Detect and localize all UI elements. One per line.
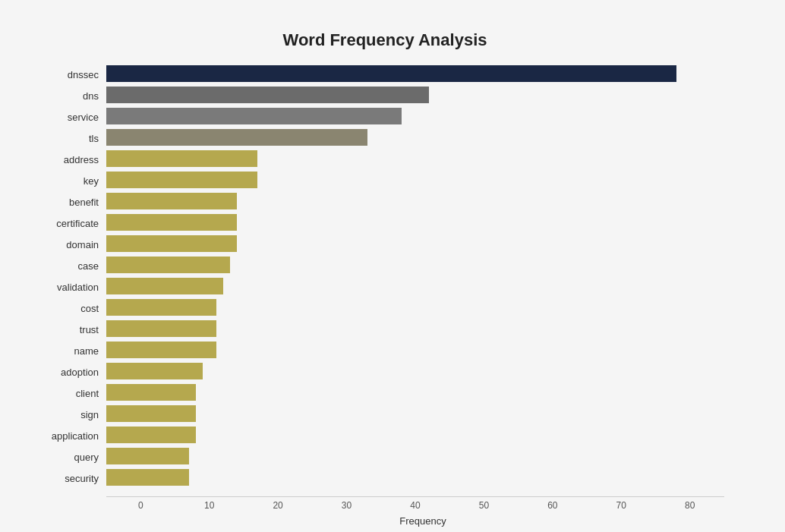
- bar-fill: [106, 299, 216, 316]
- bar-track: [106, 342, 724, 360]
- bars-wrapper: dnssecdnsservicetlsaddresskeybenefitcert…: [30, 65, 739, 490]
- bar-fill: [106, 448, 189, 464]
- bar-label: tls: [30, 133, 106, 144]
- bar-fill: [106, 342, 216, 358]
- bar-row: key: [106, 172, 724, 190]
- bar-fill: [106, 469, 189, 486]
- chart-title: Word Frequency Analysis: [30, 30, 739, 50]
- bar-row: client: [106, 384, 724, 402]
- bar-row: application: [106, 427, 724, 445]
- x-tick-label: 80: [656, 500, 724, 511]
- x-tick-label: 40: [381, 500, 449, 511]
- x-tick-label: 70: [587, 500, 655, 511]
- bar-label: trust: [30, 324, 106, 335]
- bar-fill: [106, 214, 237, 231]
- bar-track: [106, 129, 724, 147]
- x-axis-label: Frequency: [106, 515, 739, 527]
- bar-row: address: [106, 150, 724, 168]
- bar-track: [106, 257, 724, 275]
- bar-label: validation: [30, 282, 106, 293]
- bar-label: key: [30, 175, 106, 187]
- bar-track: [106, 405, 724, 423]
- bar-label: security: [30, 473, 106, 484]
- bar-track: [106, 363, 724, 381]
- bar-label: query: [30, 452, 106, 463]
- x-ticks: 01020304050607080: [106, 500, 724, 511]
- bar-fill: [106, 65, 676, 82]
- bar-track: [106, 87, 724, 105]
- bar-fill: [106, 427, 196, 443]
- bar-fill: [106, 384, 196, 401]
- bar-label: cost: [30, 303, 106, 314]
- bar-label: client: [30, 388, 106, 399]
- bar-track: [106, 235, 724, 253]
- bar-row: benefit: [106, 193, 724, 211]
- x-tick-label: 0: [106, 500, 175, 511]
- bar-label: benefit: [30, 197, 106, 208]
- bar-row: validation: [106, 278, 724, 296]
- bar-fill: [106, 87, 429, 103]
- x-tick-label: 50: [449, 500, 518, 511]
- bar-fill: [106, 278, 223, 294]
- bar-row: cost: [106, 299, 724, 317]
- bar-fill: [106, 405, 196, 422]
- bar-fill: [106, 320, 216, 337]
- bar-row: security: [106, 469, 724, 487]
- bar-label: address: [30, 154, 106, 165]
- bar-label: name: [30, 345, 106, 357]
- bar-fill: [106, 193, 237, 209]
- bar-track: [106, 193, 724, 211]
- bar-track: [106, 384, 724, 402]
- bar-track: [106, 299, 724, 317]
- bar-row: service: [106, 108, 724, 126]
- bar-track: [106, 469, 724, 487]
- bar-row: dnssec: [106, 65, 724, 83]
- bar-fill: [106, 108, 402, 124]
- x-tick-label: 60: [519, 500, 587, 511]
- x-tick-label: 20: [244, 500, 312, 511]
- bar-label: dns: [30, 90, 106, 102]
- x-axis-container: 01020304050607080: [106, 496, 724, 511]
- bar-label: dnssec: [30, 69, 106, 80]
- bar-row: query: [106, 448, 724, 466]
- bar-label: case: [30, 260, 106, 272]
- bar-row: case: [106, 257, 724, 275]
- bar-row: tls: [106, 129, 724, 147]
- bar-track: [106, 320, 724, 338]
- bar-row: name: [106, 342, 724, 360]
- bar-row: domain: [106, 235, 724, 253]
- bar-fill: [106, 129, 367, 146]
- bar-row: trust: [106, 320, 724, 338]
- bar-track: [106, 214, 724, 232]
- bar-fill: [106, 150, 257, 167]
- bar-fill: [106, 172, 257, 188]
- bar-track: [106, 108, 724, 126]
- bar-track: [106, 150, 724, 168]
- bar-track: [106, 172, 724, 190]
- bar-label: sign: [30, 409, 106, 420]
- bar-track: [106, 65, 724, 83]
- bar-label: certificate: [30, 218, 106, 229]
- bar-label: service: [30, 112, 106, 123]
- bar-row: adoption: [106, 363, 724, 381]
- bar-fill: [106, 235, 237, 252]
- bar-row: sign: [106, 405, 724, 423]
- bar-row: dns: [106, 87, 724, 105]
- x-axis-line: [106, 496, 724, 497]
- chart-container: Word Frequency Analysis dnssecdnsservice…: [15, 15, 770, 532]
- x-tick-label: 10: [175, 500, 243, 511]
- bar-label: domain: [30, 239, 106, 250]
- chart-area: dnssecdnsservicetlsaddresskeybenefitcert…: [106, 65, 724, 490]
- bar-fill: [106, 363, 203, 379]
- bar-row: certificate: [106, 214, 724, 232]
- bar-label: adoption: [30, 367, 106, 378]
- bar-label: application: [30, 430, 106, 442]
- bar-fill: [106, 257, 230, 273]
- bar-track: [106, 278, 724, 296]
- bar-track: [106, 448, 724, 466]
- x-tick-label: 30: [312, 500, 380, 511]
- bar-track: [106, 427, 724, 445]
